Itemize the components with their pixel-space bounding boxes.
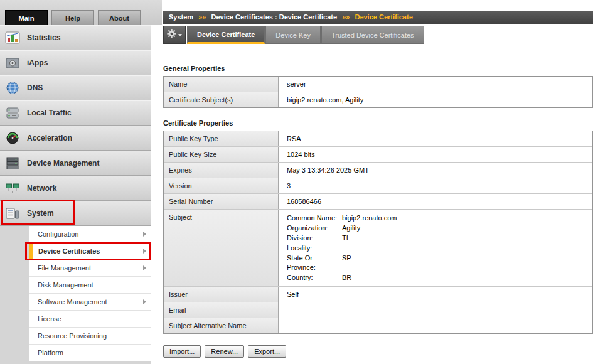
submenu-item-file-management[interactable]: File Management <box>29 260 151 277</box>
submenu-item-label: Platform <box>38 349 63 356</box>
row-label: Subject Alternative Name <box>164 318 279 333</box>
subject-field-value: TI <box>342 233 584 243</box>
sidebar-item-label: DNS <box>27 83 43 92</box>
system-icon <box>4 205 21 222</box>
subject-field-name: Locality: <box>287 244 342 253</box>
sidebar-item-label: Network <box>27 184 56 193</box>
import-button[interactable]: Import... <box>163 345 201 358</box>
statistics-icon <box>4 29 21 46</box>
general-properties-table: Name server Certificate Subject(s) bigip… <box>163 76 593 108</box>
breadcrumb-separator-icon: »» <box>198 13 206 21</box>
gear-icon <box>167 29 176 41</box>
subject-field-name: Country: <box>287 273 342 282</box>
row-label: Version <box>164 178 279 193</box>
sidebar-item-device-management[interactable]: Device Management <box>0 151 151 176</box>
submenu-arrow-icon <box>143 299 146 304</box>
bigip-app: Main Help About Statistics iApps DNS <box>0 0 593 364</box>
tab-device-key[interactable]: Device Key <box>265 26 321 44</box>
row-value: server <box>279 77 592 92</box>
export-button[interactable]: Export... <box>248 345 286 358</box>
subject-field-name: Common Name: <box>287 213 342 223</box>
table-row: Issuer Self <box>164 287 592 302</box>
certificate-content: General Properties Name server Certifica… <box>163 44 593 358</box>
sidebar-item-label: Acceleration <box>27 134 72 142</box>
action-buttons: Import... Renew... Export... <box>163 345 593 358</box>
submenu-item-label: Device Certificates <box>38 247 100 255</box>
network-icon <box>4 180 21 196</box>
submenu-item-platform[interactable]: Platform <box>29 345 151 361</box>
subject-field-value: SP <box>342 254 584 272</box>
submenu-item-software-management[interactable]: Software Management <box>29 294 151 311</box>
submenu-item-device-certificates[interactable]: Device Certificates <box>29 243 151 260</box>
settings-gear-button[interactable] <box>163 26 186 44</box>
row-label: Expires <box>164 163 279 178</box>
renew-button[interactable]: Renew... <box>205 345 244 358</box>
row-label: Public Key Type <box>164 131 279 146</box>
table-row: Expires May 3 13:34:26 2025 GMT <box>164 163 592 178</box>
row-label: Serial Number <box>164 194 279 209</box>
sidebar-item-iapps[interactable]: iApps <box>0 50 151 75</box>
breadcrumb-device-certificates[interactable]: Device Certificates : Device Certificate <box>211 13 338 21</box>
dns-icon <box>4 80 21 96</box>
row-label: Subject <box>164 210 279 286</box>
submenu-arrow-icon <box>143 249 146 254</box>
row-label: Email <box>164 302 279 318</box>
subject-field-value: BR <box>342 273 584 282</box>
sidebar-item-network[interactable]: Network <box>0 176 151 201</box>
main-panel: System »» Device Certificates : Device C… <box>163 11 593 358</box>
row-value: bigip2.renato.com, Agility <box>279 92 592 107</box>
top-tabs: Main Help About <box>5 10 141 25</box>
tab-about[interactable]: About <box>98 10 141 25</box>
row-value: RSA <box>279 131 592 146</box>
submenu-arrow-icon <box>143 265 146 270</box>
tab-main[interactable]: Main <box>5 10 48 25</box>
subject-field-name: State Or Province: <box>287 254 342 272</box>
submenu-item-label: Software Management <box>38 298 107 306</box>
row-value: 1024 bits <box>279 147 592 162</box>
tab-device-certificate[interactable]: Device Certificate <box>187 26 265 44</box>
row-label: Public Key Size <box>164 147 279 162</box>
sidebar: Statistics iApps DNS Local Traffic Accel… <box>0 25 151 364</box>
row-value: Self <box>279 287 592 302</box>
system-submenu: Configuration Device Certificates File M… <box>29 226 151 361</box>
sidebar-item-label: iApps <box>27 58 48 67</box>
general-properties-title: General Properties <box>163 65 593 72</box>
sidebar-item-dns[interactable]: DNS <box>0 75 151 100</box>
tab-help[interactable]: Help <box>51 10 94 25</box>
tab-trusted-device-certificates[interactable]: Trusted Device Certificates <box>321 26 424 44</box>
certificate-properties-title: Certificate Properties <box>163 119 593 127</box>
row-value: May 3 13:34:26 2025 GMT <box>279 163 592 178</box>
row-label: Issuer <box>164 287 279 302</box>
table-row: Name server <box>164 77 592 92</box>
submenu-arrow-icon <box>143 232 146 237</box>
sidebar-item-acceleration[interactable]: Acceleration <box>0 126 151 151</box>
submenu-item-label: Configuration <box>38 230 78 238</box>
breadcrumb-system[interactable]: System <box>169 13 193 21</box>
subject-field-value <box>342 244 584 253</box>
acceleration-icon <box>4 130 21 146</box>
breadcrumb-separator-icon: »» <box>342 13 350 21</box>
submenu-item-configuration[interactable]: Configuration <box>29 226 151 243</box>
table-row: Email <box>164 302 592 318</box>
submenu-item-disk-management[interactable]: Disk Management <box>29 277 151 294</box>
sidebar-item-statistics[interactable]: Statistics <box>0 25 151 50</box>
sidebar-item-system[interactable]: System <box>0 201 151 226</box>
iapps-icon <box>4 55 21 71</box>
breadcrumb-current: Device Certificate <box>355 13 412 21</box>
sidebar-item-local-traffic[interactable]: Local Traffic <box>0 100 151 126</box>
table-row-subject: Subject Common Name: bigip2.renato.com O… <box>164 210 592 287</box>
table-row: Public Key Size 1024 bits <box>164 147 592 163</box>
table-row: Serial Number 168586466 <box>164 194 592 210</box>
certificate-properties-table: Public Key Type RSA Public Key Size 1024… <box>163 131 593 334</box>
submenu-item-label: Disk Management <box>38 281 93 289</box>
row-label: Certificate Subject(s) <box>164 92 279 107</box>
table-row: Subject Alternative Name <box>164 318 592 333</box>
submenu-item-resource-provisioning[interactable]: Resource Provisioning <box>29 328 151 345</box>
submenu-item-license[interactable]: License <box>29 311 151 328</box>
row-value: 3 <box>279 178 592 193</box>
subject-field-name: Organization: <box>287 223 342 233</box>
row-value <box>279 302 592 318</box>
table-row: Version 3 <box>164 178 592 194</box>
row-value: 168586466 <box>279 194 592 209</box>
subject-field-value: bigip2.renato.com <box>342 213 584 223</box>
